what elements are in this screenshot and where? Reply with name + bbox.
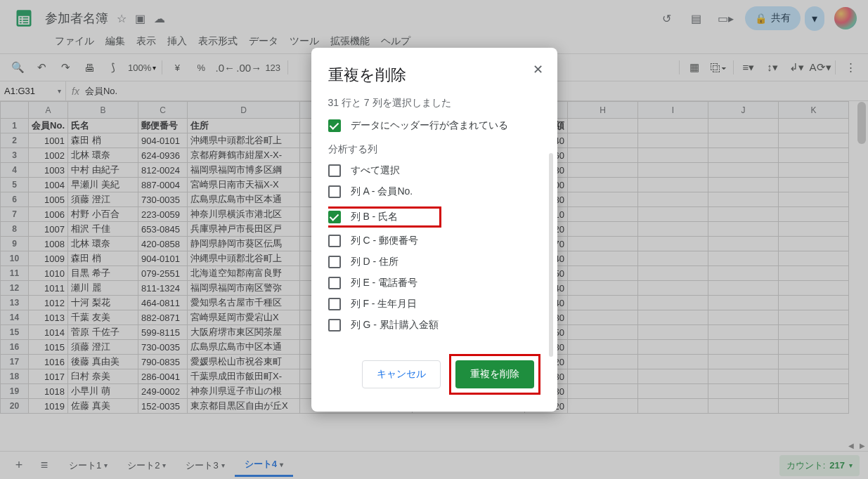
col-checkbox-label-1: 列 A - 会員No. <box>351 185 413 198</box>
col-checkbox-label-7: 列 G - 累計購入金額 <box>351 319 439 332</box>
col-checkbox-0[interactable] <box>328 164 341 177</box>
cancel-button[interactable]: キャンセル <box>362 360 441 388</box>
col-checkbox-label-3: 列 C - 郵便番号 <box>351 235 418 247</box>
col-checkbox-label-5: 列 E - 電話番号 <box>351 277 418 289</box>
col-checkbox-1[interactable] <box>328 185 341 198</box>
header-checkbox[interactable] <box>328 119 341 132</box>
columns-section-label: 分析する列 <box>328 143 540 156</box>
col-checkbox-label-2: 列 B - 氏名 <box>351 211 399 223</box>
confirm-button[interactable]: 重複を削除 <box>455 360 534 388</box>
col-checkbox-4[interactable] <box>328 256 341 268</box>
col-checkbox-6[interactable] <box>328 298 341 310</box>
close-icon[interactable]: ✕ <box>533 62 543 77</box>
dialog-scrollbar[interactable] <box>549 153 553 357</box>
dialog-title: 重複を削除 <box>328 65 540 86</box>
remove-duplicates-dialog: ✕ 重複を削除 31 行と 7 列を選択しました データにヘッダー行が含まれてい… <box>311 48 557 412</box>
dialog-info: 31 行と 7 列を選択しました <box>328 97 540 110</box>
col-checkbox-label-0: すべて選択 <box>351 164 400 177</box>
col-checkbox-3[interactable] <box>328 235 341 247</box>
col-checkbox-label-4: 列 D - 住所 <box>351 256 399 268</box>
header-checkbox-label: データにヘッダー行が含まれている <box>351 119 508 132</box>
col-checkbox-label-6: 列 F - 生年月日 <box>351 298 417 310</box>
col-checkbox-5[interactable] <box>328 277 341 289</box>
col-checkbox-7[interactable] <box>328 319 341 332</box>
modal-overlay: ✕ 重複を削除 31 行と 7 列を選択しました データにヘッダー行が含まれてい… <box>0 0 868 479</box>
col-checkbox-2[interactable] <box>328 211 341 223</box>
